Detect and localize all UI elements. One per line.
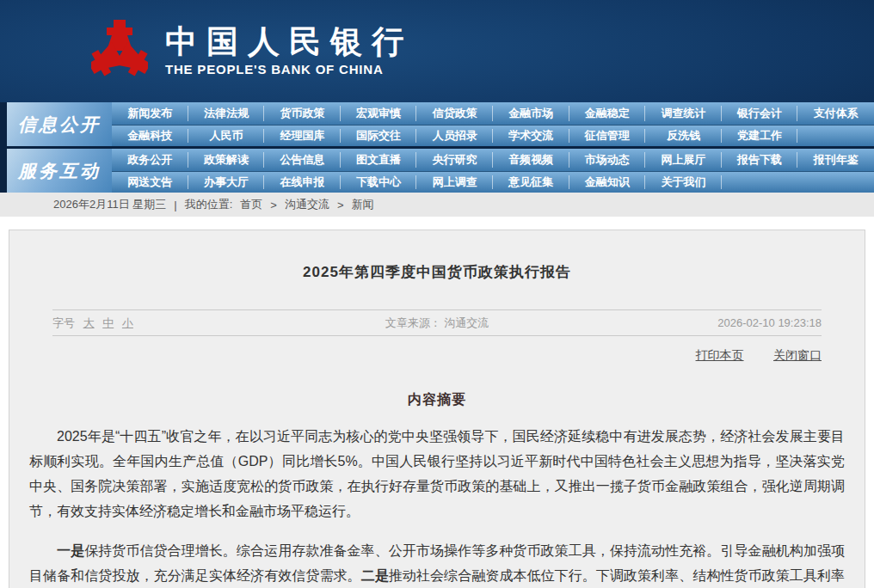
font-size-large-button[interactable]: 大 [83,316,95,329]
nav-section-info: 信息公开 新闻发布法律法规货币政策宏观审慎信贷政策金融市场金融稳定调查统计银行会… [7,102,874,146]
article-paragraph: 2025年是“十四五”收官之年，在以习近平同志为核心的党中央坚强领导下，国民经济… [29,424,845,524]
nav-item[interactable]: 金融稳定 [569,102,646,125]
nav-item[interactable]: 支付体系 [797,102,874,125]
nav-item[interactable]: 人民币 [188,126,265,147]
nav-item[interactable]: 国际交往 [341,126,417,147]
nav-item[interactable]: 信贷政策 [416,102,493,125]
font-size-label: 字号 [52,316,75,329]
summary-heading: 内容摘要 [9,391,865,409]
nav-item[interactable]: 经理国库 [264,126,341,147]
nav-item[interactable]: 下载中心 [341,172,417,193]
nav-item[interactable]: 意见征集 [493,172,569,193]
nav-item[interactable]: 音频视频 [493,149,569,171]
nav-section-service: 服务互动 政务公开政策解读公告信息图文直播央行研究音频视频市场动态网上展厅报告下… [7,149,874,193]
font-size-medium-button[interactable]: 中 [102,316,114,329]
nav-row: 金融科技人民币经理国库国际交往人员招录学术交流征信管理反洗钱党建工作 [112,125,874,147]
nav-item[interactable]: 征信管理 [569,126,646,147]
font-size-small-button[interactable]: 小 [122,316,133,329]
nav-item[interactable]: 报告下载 [722,149,798,171]
nav-item[interactable]: 金融知识 [569,172,646,193]
nav-row: 网送文告办事大厅在线申报下载中心网上调查意见征集金融知识关于我们 [112,171,874,193]
nav-item[interactable]: 政务公开 [112,149,188,171]
current-date: 2026年2月11日 星期三 [53,197,166,212]
nav-item[interactable]: 人员招录 [416,126,493,147]
breadcrumb-page[interactable]: 新闻 [351,197,373,212]
nav-item[interactable]: 网上调查 [416,172,493,193]
nav-item-empty [722,172,798,193]
nav-item[interactable]: 学术交流 [493,126,569,147]
breadcrumb-section[interactable]: 沟通交流 [285,197,329,212]
nav-item[interactable]: 网送文告 [112,172,188,193]
source-label: 文章来源： [385,316,441,329]
nav-section-label[interactable]: 信息公开 [7,102,112,146]
nav-section-label[interactable]: 服务互动 [7,149,112,193]
article-paragraphs: 2025年是“十四五”收官之年，在以习近平同志为核心的党中央坚强领导下，国民经济… [29,424,845,588]
nav-item[interactable]: 党建工作 [722,126,798,147]
nav-row: 政务公开政策解读公告信息图文直播央行研究音频视频市场动态网上展厅报告下载报刊年鉴 [112,149,874,171]
nav-row: 新闻发布法律法规货币政策宏观审慎信贷政策金融市场金融稳定调查统计银行会计支付体系 [112,102,874,125]
nav-item[interactable]: 调查统计 [645,102,722,125]
nav-item[interactable]: 金融科技 [112,126,188,147]
breadcrumb-divider: | [174,199,176,211]
nav-item[interactable]: 图文直播 [341,149,417,171]
article-title: 2025年第四季度中国货币政策执行报告 [9,230,865,282]
source-value: 沟通交流 [444,316,489,329]
breadcrumb-home[interactable]: 首页 [240,197,262,212]
bank-name-en: THE PEOPLE'S BANK OF CHINA [165,62,413,77]
nav-item[interactable]: 办事大厅 [188,172,265,193]
article-actions: 打印本页 关闭窗口 [52,347,822,364]
pboc-logo[interactable]: 中国人民银行 THE PEOPLE'S BANK OF CHINA [91,17,413,84]
article-meta-bar: 字号 大 中 小 文章来源： 沟通交流 2026-02-10 19:23:18 [52,309,822,336]
nav-item[interactable]: 金融市场 [493,102,569,125]
nav-item[interactable]: 市场动态 [569,149,646,171]
main-navigation: 信息公开 新闻发布法律法规货币政策宏观审慎信贷政策金融市场金融稳定调查统计银行会… [0,102,874,193]
pboc-emblem-icon [91,17,148,84]
article-container: 2025年第四季度中国货币政策执行报告 字号 大 中 小 文章来源： 沟通交流 … [9,230,865,588]
location-label: 我的位置: [185,197,233,212]
nav-item[interactable]: 报刊年鉴 [797,149,874,171]
nav-item[interactable]: 法律法规 [188,102,265,125]
nav-item[interactable]: 政策解读 [188,149,265,171]
nav-item[interactable]: 网上展厅 [645,149,722,171]
nav-item[interactable]: 央行研究 [416,149,493,171]
publish-datetime: 2026-02-10 19:23:18 [717,316,822,329]
breadcrumb: 2026年2月11日 星期三 | 我的位置: 首页 > 沟通交流 > 新闻 [0,193,874,217]
nav-item-empty [797,172,874,193]
nav-item[interactable]: 反洗钱 [645,126,722,147]
site-header: 中国人民银行 THE PEOPLE'S BANK OF CHINA [0,0,874,102]
nav-item[interactable]: 货币政策 [264,102,341,125]
nav-item[interactable]: 银行会计 [722,102,798,125]
bank-name-cn: 中国人民银行 [165,25,413,60]
nav-item[interactable]: 关于我们 [645,172,722,193]
article-paragraph: 一是保持货币信贷合理增长。综合运用存款准备金率、公开市场操作等多种货币政策工具，… [29,538,845,588]
breadcrumb-separator: > [270,199,277,211]
nav-item[interactable]: 新闻发布 [112,102,188,125]
print-page-button[interactable]: 打印本页 [696,348,744,362]
nav-item[interactable]: 在线申报 [264,172,341,193]
breadcrumb-separator: > [337,199,344,211]
nav-item[interactable]: 宏观审慎 [341,102,417,125]
close-window-button[interactable]: 关闭窗口 [773,348,822,362]
nav-item-empty [797,126,874,147]
nav-item[interactable]: 公告信息 [264,149,341,171]
